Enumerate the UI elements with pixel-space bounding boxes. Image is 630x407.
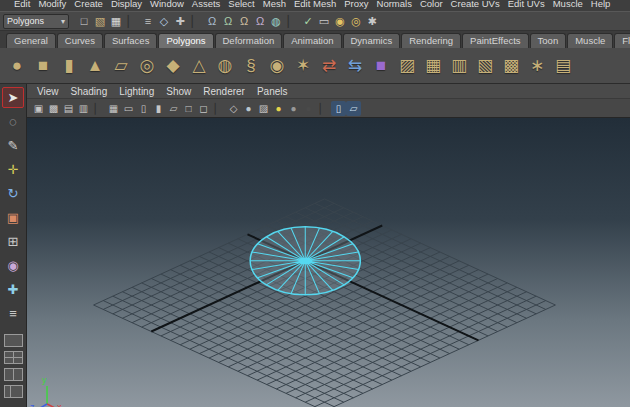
- menu-item[interactable]: Select: [224, 0, 258, 11]
- last-tool[interactable]: ≡: [2, 303, 24, 324]
- panel-menu-item[interactable]: Shading: [65, 86, 114, 97]
- construction-history-icon[interactable]: ✓: [300, 13, 316, 29]
- safe-title-icon[interactable]: ◻: [196, 101, 211, 116]
- menu-set-dropdown[interactable]: Polygons ▾: [3, 14, 69, 29]
- add-divisions-icon[interactable]: ▦: [420, 52, 446, 80]
- show-manipulator-tool[interactable]: ✚: [2, 279, 24, 300]
- menu-item[interactable]: Create: [70, 0, 107, 11]
- poly-platonic-solid-icon[interactable]: ✶: [290, 52, 316, 80]
- bridge-icon[interactable]: ▩: [498, 52, 524, 80]
- combine-icon[interactable]: ⇄: [316, 52, 342, 80]
- shelf-tab[interactable]: Muscle: [567, 33, 613, 48]
- menu-item[interactable]: Create UVs: [447, 0, 504, 11]
- move-tool[interactable]: ✛: [2, 159, 24, 180]
- poly-cylinder-icon[interactable]: ▮: [56, 52, 82, 80]
- lock-camera-icon[interactable]: ▩: [46, 101, 61, 116]
- poly-sphere-icon[interactable]: ●: [4, 52, 30, 80]
- shelf-tab[interactable]: PaintEffects: [462, 33, 529, 48]
- extrude-icon[interactable]: ▥: [446, 52, 472, 80]
- merge-vertices-icon[interactable]: ∗: [524, 52, 550, 80]
- shelf-tab[interactable]: Fluids: [614, 33, 630, 48]
- shelf-tab[interactable]: Animation: [283, 33, 341, 48]
- boolean-union-icon[interactable]: ■: [368, 52, 394, 80]
- panel-menu-item[interactable]: View: [31, 86, 65, 97]
- poly-helix-icon[interactable]: §: [238, 52, 264, 80]
- save-scene-icon[interactable]: ▦: [108, 13, 124, 29]
- shelf-tab[interactable]: Polygons: [158, 33, 213, 48]
- select-by-hierarchy-icon[interactable]: ≡: [140, 13, 156, 29]
- panel-menu-item[interactable]: Renderer: [197, 86, 251, 97]
- image-plane-icon[interactable]: ▥: [76, 101, 91, 116]
- viewport[interactable]: yxz: [27, 118, 630, 407]
- two-pane-side-layout-button[interactable]: [4, 368, 23, 381]
- snap-to-curves-icon[interactable]: Ω: [220, 13, 236, 29]
- safe-action-icon[interactable]: □: [181, 101, 196, 116]
- field-chart-icon[interactable]: ▱: [166, 101, 181, 116]
- select-by-component-icon[interactable]: ✚: [172, 13, 188, 29]
- menu-item[interactable]: Mesh: [259, 0, 290, 11]
- four-pane-layout-button[interactable]: [4, 351, 23, 364]
- poly-cone-icon[interactable]: ▲: [82, 52, 108, 80]
- persp-outliner-layout-button[interactable]: [4, 385, 23, 398]
- shelf-tab[interactable]: Dynamics: [343, 33, 401, 48]
- poly-pyramid-icon[interactable]: △: [186, 52, 212, 80]
- separate-icon[interactable]: ⇆: [342, 52, 368, 80]
- menu-item[interactable]: Edit UVs: [504, 0, 549, 11]
- panel-menu-item[interactable]: Panels: [251, 86, 294, 97]
- poly-plane-icon[interactable]: ▱: [108, 52, 134, 80]
- use-all-lights-icon[interactable]: ●: [271, 101, 286, 116]
- menu-item[interactable]: Proxy: [340, 0, 372, 11]
- render-settings-icon[interactable]: ✱: [364, 13, 380, 29]
- bevel-icon[interactable]: ▧: [472, 52, 498, 80]
- shelf-tab[interactable]: Toon: [530, 33, 567, 48]
- panel-menu-item[interactable]: Show: [160, 86, 197, 97]
- menu-item[interactable]: Edit Mesh: [290, 0, 340, 11]
- menu-item[interactable]: Display: [107, 0, 146, 11]
- soft-mod-tool[interactable]: ◉: [2, 255, 24, 276]
- shelf-tab[interactable]: Curves: [57, 33, 103, 48]
- resolution-gate-icon[interactable]: ▯: [136, 101, 151, 116]
- menu-item[interactable]: Assets: [188, 0, 225, 11]
- camera-bookmark-icon[interactable]: ▤: [61, 101, 76, 116]
- gate-mask-icon[interactable]: ▮: [151, 101, 166, 116]
- film-gate-icon[interactable]: ▭: [121, 101, 136, 116]
- menu-item[interactable]: Normals: [373, 0, 416, 11]
- textured-icon[interactable]: ▨: [256, 101, 271, 116]
- shelf-tab[interactable]: General: [6, 33, 56, 48]
- menu-item[interactable]: Window: [146, 0, 188, 11]
- smooth-shade-icon[interactable]: ●: [241, 101, 256, 116]
- snap-to-view-planes-icon[interactable]: Ω: [252, 13, 268, 29]
- shadows-icon[interactable]: ●: [286, 101, 301, 116]
- shelf-tab[interactable]: Surfaces: [104, 33, 158, 48]
- panel-menu-item[interactable]: Lighting: [113, 86, 160, 97]
- new-scene-icon[interactable]: □: [76, 13, 92, 29]
- select-by-object-icon[interactable]: ◇: [156, 13, 172, 29]
- lasso-select-tool[interactable]: ◌: [2, 111, 24, 132]
- poly-prism-icon[interactable]: ◆: [160, 52, 186, 80]
- snap-to-grids-icon[interactable]: Ω: [204, 13, 220, 29]
- menu-item[interactable]: Color: [416, 0, 447, 11]
- select-tool[interactable]: ➤: [2, 87, 24, 108]
- mirror-geometry-icon[interactable]: ▤: [550, 52, 576, 80]
- poly-soccer-ball-icon[interactable]: ◉: [264, 52, 290, 80]
- menu-item[interactable]: Muscle: [549, 0, 587, 11]
- poly-pipe-icon[interactable]: ◍: [212, 52, 238, 80]
- grid-toggle-icon[interactable]: ▦: [106, 101, 121, 116]
- ipr-render-icon[interactable]: ◎: [348, 13, 364, 29]
- open-scene-icon[interactable]: ▧: [92, 13, 108, 29]
- xray-icon[interactable]: ▱: [346, 101, 361, 116]
- universal-manipulator-tool[interactable]: ⊞: [2, 231, 24, 252]
- wireframe-icon[interactable]: ◇: [226, 101, 241, 116]
- menu-item[interactable]: Modify: [34, 0, 70, 11]
- shelf-tab[interactable]: Rendering: [401, 33, 461, 48]
- shelf-tab[interactable]: Deformation: [215, 33, 283, 48]
- smooth-icon[interactable]: ▨: [394, 52, 420, 80]
- poly-torus-icon[interactable]: ◎: [134, 52, 160, 80]
- make-live-icon[interactable]: ◍: [268, 13, 284, 29]
- snap-to-points-icon[interactable]: Ω: [236, 13, 252, 29]
- single-pane-layout-button[interactable]: [4, 334, 23, 347]
- isolate-select-icon[interactable]: ▯: [331, 101, 346, 116]
- paint-select-tool[interactable]: ✎: [2, 135, 24, 156]
- select-camera-icon[interactable]: ▣: [31, 101, 46, 116]
- scale-tool[interactable]: ▣: [2, 207, 24, 228]
